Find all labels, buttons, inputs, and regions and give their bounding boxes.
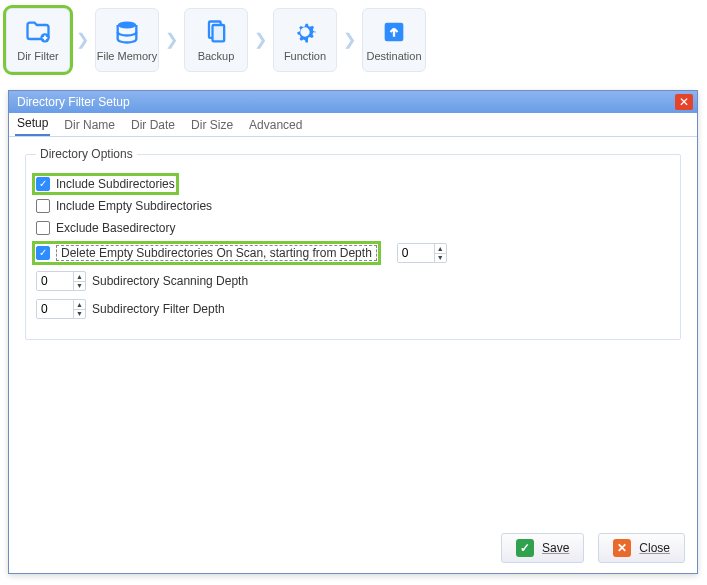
label-delete-empty: Delete Empty Subdirectories On Scan, sta… (56, 245, 377, 261)
toolbar-dir-filter[interactable]: Dir Filter (6, 8, 70, 72)
spin-down-icon[interactable]: ▼ (74, 282, 85, 291)
directory-options-group: Directory Options Include Subdirectories… (25, 147, 681, 340)
close-button-label: Close (639, 541, 670, 555)
spin-up-icon[interactable]: ▲ (435, 244, 446, 254)
checkbox-exclude-base[interactable] (36, 221, 50, 235)
tab-setup[interactable]: Setup (15, 112, 50, 136)
delete-empty-depth-spinner[interactable]: ▲▼ (397, 243, 447, 263)
label-scan-depth: Subdirectory Scanning Depth (92, 274, 248, 288)
database-icon (113, 18, 141, 48)
delete-empty-depth-input[interactable] (398, 244, 434, 262)
check-icon: ✓ (516, 539, 534, 557)
toolbar-backup[interactable]: Backup (184, 8, 248, 72)
toolbar-label: Function (284, 50, 326, 62)
tab-dir-size[interactable]: Dir Size (189, 114, 235, 136)
directory-filter-dialog: Directory Filter Setup ✕ Setup Dir Name … (8, 90, 698, 574)
highlight-delete-empty: Delete Empty Subdirectories On Scan, sta… (36, 245, 377, 261)
toolbar-function[interactable]: Function (273, 8, 337, 72)
toolbar-label: Backup (198, 50, 235, 62)
upload-icon (380, 18, 408, 48)
spin-down-icon[interactable]: ▼ (74, 310, 85, 319)
tab-dir-name[interactable]: Dir Name (62, 114, 117, 136)
close-icon: ✕ (613, 539, 631, 557)
spin-down-icon[interactable]: ▼ (435, 254, 446, 263)
dialog-tabstrip: Setup Dir Name Dir Date Dir Size Advance… (9, 113, 697, 137)
setup-pane: Directory Options Include Subdirectories… (9, 137, 697, 350)
scan-depth-input[interactable] (37, 272, 73, 290)
close-icon[interactable]: ✕ (675, 94, 693, 110)
toolbar-label: File Memory (97, 50, 158, 62)
svg-rect-3 (213, 25, 225, 41)
chevron-right-icon: ❯ (339, 32, 360, 48)
tab-advanced[interactable]: Advanced (247, 114, 304, 136)
dialog-title: Directory Filter Setup (17, 95, 675, 109)
checkbox-delete-empty[interactable] (36, 246, 50, 260)
label-include-subdirs: Include Subdirectories (56, 177, 175, 191)
label-filter-depth: Subdirectory Filter Depth (92, 302, 225, 316)
workflow-toolbar: Dir Filter ❯ File Memory ❯ Backup ❯ (0, 0, 707, 76)
label-include-empty: Include Empty Subdirectories (56, 199, 212, 213)
filter-depth-spinner[interactable]: ▲▼ (36, 299, 86, 319)
chevron-right-icon: ❯ (72, 32, 93, 48)
dialog-footer: ✓ Save ✕ Close (501, 533, 685, 563)
folder-plus-icon (24, 18, 52, 48)
save-button-label: Save (542, 541, 569, 555)
toolbar-label: Dir Filter (17, 50, 59, 62)
gear-icon (291, 18, 319, 48)
close-button[interactable]: ✕ Close (598, 533, 685, 563)
group-legend: Directory Options (36, 147, 137, 161)
checkbox-include-subdirs[interactable] (36, 177, 50, 191)
checkbox-include-empty[interactable] (36, 199, 50, 213)
filter-depth-input[interactable] (37, 300, 73, 318)
save-button[interactable]: ✓ Save (501, 533, 584, 563)
svg-point-1 (118, 22, 137, 29)
toolbar-destination[interactable]: Destination (362, 8, 426, 72)
documents-icon (202, 18, 230, 48)
label-exclude-base: Exclude Basedirectory (56, 221, 175, 235)
chevron-right-icon: ❯ (161, 32, 182, 48)
spin-up-icon[interactable]: ▲ (74, 300, 85, 310)
highlight-include-subdirs: Include Subdirectories (36, 177, 175, 191)
spin-up-icon[interactable]: ▲ (74, 272, 85, 282)
chevron-right-icon: ❯ (250, 32, 271, 48)
tab-dir-date[interactable]: Dir Date (129, 114, 177, 136)
scan-depth-spinner[interactable]: ▲▼ (36, 271, 86, 291)
dialog-titlebar[interactable]: Directory Filter Setup ✕ (9, 91, 697, 113)
toolbar-label: Destination (366, 50, 421, 62)
toolbar-file-memory[interactable]: File Memory (95, 8, 159, 72)
